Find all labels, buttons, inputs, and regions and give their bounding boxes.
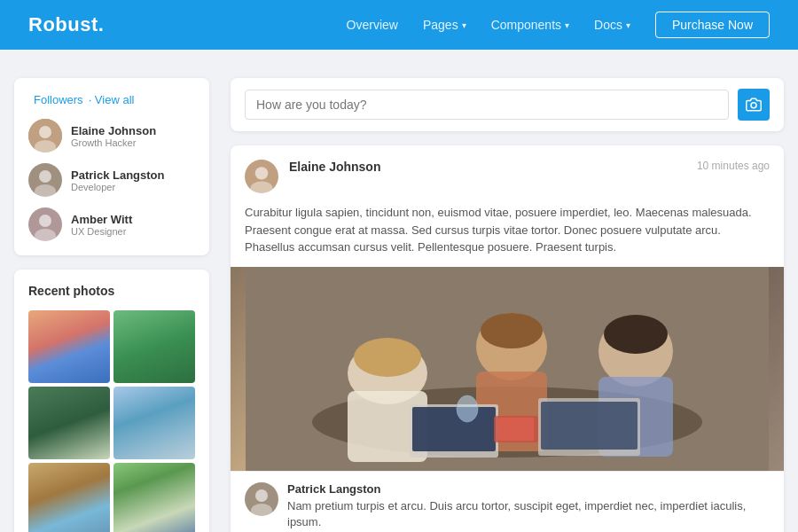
follower-role: Developer xyxy=(71,182,164,192)
svg-rect-29 xyxy=(498,418,534,441)
post-time: 10 minutes ago xyxy=(697,160,770,172)
avatar xyxy=(28,207,62,241)
post-author-name: Elaine Johnson xyxy=(289,160,686,174)
photo-thumbnail[interactable] xyxy=(113,463,195,532)
nav-menu: Overview Pages ▾ Components ▾ Docs ▾ Pur… xyxy=(347,12,770,38)
followers-title: Followers· View all xyxy=(28,92,195,106)
photo-thumbnail[interactable] xyxy=(113,387,195,459)
post-header: Elaine Johnson 10 minutes ago xyxy=(231,145,784,204)
svg-point-30 xyxy=(457,395,478,422)
recent-photos-card: Recent photos xyxy=(14,270,209,532)
svg-point-11 xyxy=(255,167,268,179)
photo-thumbnail[interactable] xyxy=(28,387,110,459)
svg-point-20 xyxy=(481,313,543,348)
list-item: Elaine Johnson Growth Hacker xyxy=(28,119,195,153)
brand-logo: Robust. xyxy=(28,13,104,36)
feed: Elaine Johnson 10 minutes ago Curabitur … xyxy=(231,78,784,532)
follower-name: Amber Witt xyxy=(71,213,132,226)
svg-point-7 xyxy=(39,215,51,227)
svg-rect-25 xyxy=(412,407,496,451)
camera-icon xyxy=(746,97,762,113)
post-card: Elaine Johnson 10 minutes ago Curabitur … xyxy=(231,145,784,532)
follower-name: Patrick Langston xyxy=(71,168,164,182)
avatar-image xyxy=(28,207,62,241)
photo-thumbnail[interactable] xyxy=(113,310,195,383)
post-author-avatar xyxy=(245,160,278,193)
svg-point-1 xyxy=(39,126,51,138)
post-image xyxy=(231,267,784,471)
commenter-name: Patrick Langston xyxy=(287,482,770,496)
follower-role: UX Designer xyxy=(71,226,132,237)
chevron-down-icon: ▾ xyxy=(565,20,569,30)
status-input-card xyxy=(231,78,784,131)
main-container: Followers· View all Elaine Johnson Growt… xyxy=(0,50,798,532)
avatar-image xyxy=(28,119,62,153)
comment-item: Patrick Langston Nam pretium turpis et a… xyxy=(231,471,784,533)
followers-card: Followers· View all Elaine Johnson Growt… xyxy=(14,78,209,255)
follower-name: Elaine Johnson xyxy=(71,124,156,137)
avatar-image xyxy=(28,163,62,197)
post-image-svg xyxy=(231,267,784,471)
list-item: Amber Witt UX Designer xyxy=(28,207,195,241)
photo-thumbnail[interactable] xyxy=(28,310,110,383)
nav-overview[interactable]: Overview xyxy=(347,18,398,32)
svg-point-9 xyxy=(751,103,756,108)
avatar xyxy=(28,163,62,197)
svg-rect-27 xyxy=(541,402,638,450)
commenter-avatar xyxy=(245,482,278,520)
follower-role: Growth Hacker xyxy=(71,137,156,148)
comment-text: Nam pretium turpis et arcu. Duis arcu to… xyxy=(287,498,770,532)
camera-button[interactable] xyxy=(738,89,770,121)
post-text: Curabitur ligula sapien, tincidunt non, … xyxy=(231,204,784,267)
svg-point-4 xyxy=(39,170,51,183)
photos-grid xyxy=(28,310,195,532)
chevron-down-icon: ▾ xyxy=(626,20,630,30)
nav-docs[interactable]: Docs ▾ xyxy=(594,18,630,32)
svg-point-17 xyxy=(354,338,421,377)
list-item: Patrick Langston Developer xyxy=(28,163,195,197)
nav-components[interactable]: Components ▾ xyxy=(491,18,569,32)
navbar: Robust. Overview Pages ▾ Components ▾ Do… xyxy=(0,0,798,50)
sidebar: Followers· View all Elaine Johnson Growt… xyxy=(14,78,209,532)
nav-pages[interactable]: Pages ▾ xyxy=(423,18,466,32)
svg-point-32 xyxy=(255,489,268,502)
view-all-link[interactable]: · View all xyxy=(89,93,135,106)
status-input[interactable] xyxy=(245,90,729,120)
chevron-down-icon: ▾ xyxy=(462,20,466,30)
purchase-button[interactable]: Purchase Now xyxy=(655,12,770,38)
svg-point-12 xyxy=(250,181,272,195)
svg-point-23 xyxy=(604,315,668,354)
photos-title: Recent photos xyxy=(28,284,195,298)
avatar xyxy=(28,119,62,153)
photo-thumbnail[interactable] xyxy=(28,463,110,532)
